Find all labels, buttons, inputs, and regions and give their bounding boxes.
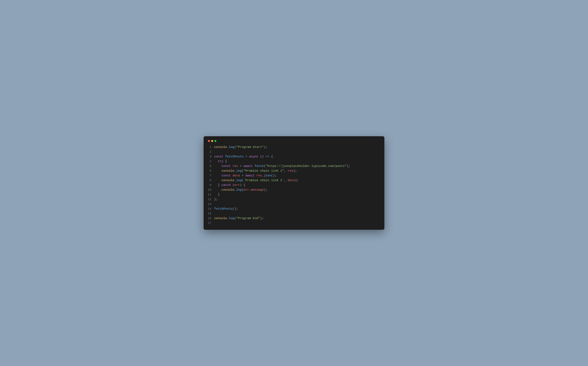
line-content[interactable] [214,221,381,225]
token: ); [260,217,264,220]
token [214,164,221,168]
line-content[interactable] [214,149,381,154]
code-line[interactable]: 4 try { [207,159,381,164]
line-content[interactable]: const res = await fetch("https://jsonpla… [214,164,381,168]
code-line[interactable]: 10 console.log(err.message); [207,187,381,192]
code-line[interactable]: 2 [207,149,381,154]
token: err [234,183,240,187]
token: json [264,174,271,177]
code-editor[interactable]: 1console.log("Program Start");2 3const f… [207,145,381,225]
line-content[interactable]: fetchPosts(); [214,206,381,211]
token: , [284,179,288,182]
token: ( [234,217,236,220]
token: fetchPosts [225,155,243,158]
token [214,174,221,177]
code-line[interactable]: 8 console.log(`Promise chain link 2`, da… [207,178,381,183]
line-content[interactable]: console.log(err.message); [214,187,381,192]
token: ); [264,145,267,149]
code-line[interactable]: 5 const res = await fetch("https://jsonp… [207,164,381,168]
token: async [249,155,258,158]
code-line[interactable]: 15 [207,211,381,216]
token: . [234,179,236,182]
line-content[interactable] [214,211,381,216]
close-icon[interactable] [208,140,210,142]
code-window: 1console.log("Program Start");2 3const f… [204,136,384,230]
token: () [258,155,266,158]
line-number: 9 [207,183,211,187]
line-content[interactable]: try { [214,159,381,164]
code-line[interactable]: 16console.log("Program End"); [207,216,381,221]
token: fetch [255,164,264,168]
token [238,164,240,168]
code-line[interactable]: 1console.log("Program Start"); [207,145,381,149]
line-content[interactable]: } [214,192,381,197]
line-number: 11 [207,192,211,197]
line-number: 12 [207,197,211,202]
token: { [223,160,227,163]
token [242,164,243,168]
code-line[interactable]: 9 } catch (err) { [207,183,381,187]
code-line[interactable]: 3const fetchPosts = async () => { [207,154,381,159]
line-content[interactable]: } catch (err) { [214,183,381,187]
line-content[interactable]: console.log("Program End"); [214,216,381,221]
token: , [284,169,288,173]
line-content[interactable]: const data = await res.json(); [214,173,381,178]
token: } [214,183,221,187]
token: ( [242,169,243,173]
token: = [240,164,242,168]
token: res [288,169,293,173]
token: try [218,160,223,163]
code-line[interactable]: 7 const data = await res.json(); [207,173,381,178]
token: "https://jsonplaceholder.typicode.com/po… [266,164,347,168]
line-number: 17 [207,221,211,225]
token [223,155,225,158]
token [231,164,233,168]
token: await [244,164,253,168]
token: ( [234,145,236,149]
line-content[interactable]: console.log(`Promise chain link 2`, data… [214,178,381,183]
line-number: 14 [207,206,211,211]
token [214,179,221,182]
token: . [262,174,264,177]
code-line[interactable]: 6 console.log("Promise chain link 1", re… [207,168,381,173]
token [240,174,242,177]
token: ); [264,188,268,191]
token: => [266,155,269,158]
line-content[interactable]: }; [214,197,381,202]
token: ) { [240,183,245,187]
code-line[interactable]: 17 [207,221,381,225]
line-number: 16 [207,216,211,221]
token: console [221,179,234,182]
token: . [234,169,236,173]
zoom-icon[interactable] [214,140,216,142]
token: . [249,188,251,191]
token: data [288,179,295,182]
line-number: 15 [207,211,211,216]
token: ( [242,179,243,182]
line-content[interactable] [214,202,381,206]
token: catch [221,183,231,187]
token: console [221,188,234,191]
code-line[interactable]: 11 } [207,192,381,197]
line-number: 2 [207,149,211,154]
line-number: 3 [207,154,211,159]
token: }; [214,198,218,201]
token: } [214,193,219,196]
token: err [243,188,249,191]
token: { [269,155,273,158]
token [214,160,218,163]
line-content[interactable]: const fetchPosts = async () => { [214,154,381,159]
line-content[interactable]: console.log("Promise chain link 1", res)… [214,168,381,173]
token: res [256,174,262,177]
code-line[interactable]: 14fetchPosts(); [207,206,381,211]
token: log [229,217,234,220]
line-number: 8 [207,178,211,183]
minimize-icon[interactable] [211,140,213,142]
code-line[interactable]: 13 [207,202,381,206]
token [214,169,221,173]
code-line[interactable]: 12}; [207,197,381,202]
line-number: 7 [207,173,211,178]
line-content[interactable]: console.log("Program Start"); [214,145,381,149]
token: "Program End" [236,217,260,220]
token: `Promise chain link 2` [243,179,284,182]
